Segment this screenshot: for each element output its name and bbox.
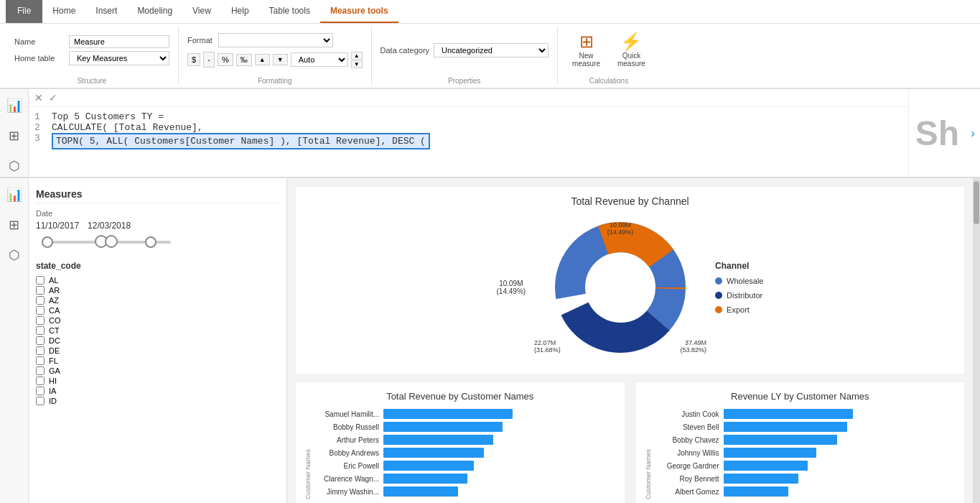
state-checkbox[interactable]	[36, 296, 45, 305]
bar-label: Justin Cook	[655, 410, 719, 418]
legend-dot-export	[715, 306, 722, 313]
state-checkbox[interactable]	[36, 366, 45, 375]
slider-thumb-right[interactable]	[145, 236, 157, 248]
date-start: 11/10/2017	[36, 221, 79, 231]
calculations-group-label: Calculations	[566, 74, 651, 85]
state-label: FL	[49, 356, 58, 365]
state-item: DC	[36, 336, 279, 346]
bar-row: Bobby Andrews	[314, 448, 616, 458]
bar-fill	[724, 409, 853, 419]
bar-row: Bobby Chavez	[655, 435, 956, 445]
dec-dn-button[interactable]: ▼	[273, 54, 288, 65]
legend-label-export: Export	[727, 305, 750, 314]
permille-button[interactable]: ‰	[236, 54, 252, 66]
state-checkbox[interactable]	[36, 346, 45, 355]
dollar-button[interactable]: $	[187, 53, 200, 66]
formula-line-3: 3 TOPN( 5, ALL( Customers[Customer Names…	[34, 133, 902, 149]
bar-label: Bobby Chavez	[655, 436, 719, 444]
sh-display: Sh	[910, 108, 965, 159]
legend-dot-distributor	[715, 292, 722, 299]
tab-file[interactable]: File	[6, 0, 42, 23]
svg-point-3	[588, 255, 653, 320]
state-item: AL	[36, 275, 279, 285]
formula-cancel-button[interactable]: ✕	[34, 92, 43, 103]
tab-measure-tools[interactable]: Measure tools	[320, 0, 398, 23]
formatting-group-label: Formatting	[187, 74, 363, 85]
state-item: IA	[36, 386, 279, 396]
state-label: AZ	[49, 296, 59, 305]
state-item: AR	[36, 285, 279, 295]
tab-home[interactable]: Home	[42, 0, 85, 23]
ribbon-group-properties: Data category Uncategorized Properties	[372, 27, 558, 85]
new-measure-label: Newmeasure	[572, 52, 600, 68]
date-end: 12/03/2018	[88, 221, 131, 231]
bar-fill	[383, 435, 493, 445]
measures-title: Measures	[36, 185, 279, 203]
quick-measure-button[interactable]: ⚡ Quickmeasure	[612, 30, 651, 70]
state-checkbox[interactable]	[36, 306, 45, 315]
state-checkbox[interactable]	[36, 356, 45, 365]
state-checkbox[interactable]	[36, 286, 45, 295]
legend-distributor: Distributor	[715, 291, 763, 300]
main-table-icon[interactable]: ⊞	[6, 214, 22, 236]
sidebar-table-icon[interactable]: ⊞	[6, 125, 22, 147]
slider-link-icon	[95, 235, 118, 248]
main-model-icon[interactable]: ⬡	[6, 244, 23, 266]
bar-chart-right: Revenue LY by Customer Names Customer Na…	[636, 382, 965, 503]
state-label: GA	[49, 366, 60, 375]
spin-up-button[interactable]: ▲	[351, 52, 363, 60]
donut-chart: 10.09M(14.49%) 22.07M(31.68%) 37.49M(53.…	[549, 216, 692, 359]
state-label: AR	[49, 286, 60, 295]
dec-up-button[interactable]: ▲	[255, 54, 270, 65]
sidebar-model-icon[interactable]: ⬡	[6, 155, 23, 177]
data-category-select[interactable]: Uncategorized	[434, 43, 549, 57]
spin-dn-button[interactable]: ▼	[351, 60, 363, 68]
percent-button[interactable]: %	[218, 53, 233, 66]
scroll-right-button[interactable]: ›	[966, 89, 980, 177]
comma-button[interactable]: ·	[203, 52, 215, 68]
vertical-scrollbar[interactable]	[973, 178, 980, 503]
bar-chart-left: Total Revenue by Customer Names Customer…	[296, 382, 625, 503]
state-checkbox[interactable]	[36, 387, 45, 395]
formula-line-2: 2 CALCULATE( [Total Revenue],	[34, 122, 902, 133]
format-select[interactable]	[218, 33, 333, 47]
state-checkbox[interactable]	[36, 397, 45, 405]
date-label: Date	[36, 209, 279, 218]
auto-select[interactable]: Auto	[291, 52, 348, 67]
tab-modeling[interactable]: Modeling	[127, 0, 182, 23]
state-checkbox[interactable]	[36, 336, 45, 345]
bar-label: George Gardner	[655, 462, 719, 470]
tab-insert[interactable]: Insert	[85, 0, 127, 23]
state-checkbox[interactable]	[36, 326, 45, 335]
bar-fill	[383, 422, 503, 432]
tab-table-tools[interactable]: Table tools	[259, 0, 320, 23]
state-checkbox[interactable]	[36, 377, 45, 385]
bar-label: Eric Powell	[314, 462, 379, 470]
formula-accept-button[interactable]: ✓	[49, 92, 57, 103]
bar-row: George Gardner	[655, 461, 956, 471]
state-label: ID	[49, 397, 57, 405]
bar-label: Johnny Willis	[655, 449, 719, 457]
new-measure-button[interactable]: ⊞ Newmeasure	[566, 30, 606, 70]
home-table-select[interactable]: Key Measures	[69, 51, 169, 65]
state-checkbox[interactable]	[36, 316, 45, 325]
bar-row: Justin Cook	[655, 409, 956, 419]
bar-fill	[724, 448, 817, 458]
ribbon-group-calculations: ⊞ Newmeasure ⚡ Quickmeasure Calculations	[558, 27, 660, 85]
legend-export: Export	[715, 305, 763, 314]
main-chart-icon[interactable]: 📊	[4, 184, 25, 206]
state-checkbox[interactable]	[36, 276, 45, 285]
state-item: HI	[36, 376, 279, 386]
state-filter: state_code ALARAZCACOCTDCDEFLGAHIIAID	[36, 261, 279, 406]
name-input[interactable]	[69, 35, 169, 48]
tab-help[interactable]: Help	[221, 0, 259, 23]
bar-fill	[724, 422, 848, 432]
date-slider-track[interactable]	[42, 241, 171, 244]
state-label: HI	[49, 377, 57, 385]
bar-row: Bobby Russell	[314, 422, 616, 432]
bar-fill	[383, 448, 484, 458]
tab-view[interactable]: View	[182, 0, 221, 23]
bar-fill	[724, 486, 788, 497]
slider-thumb-left[interactable]	[42, 236, 53, 248]
sidebar-chart-icon[interactable]: 📊	[4, 95, 25, 116]
